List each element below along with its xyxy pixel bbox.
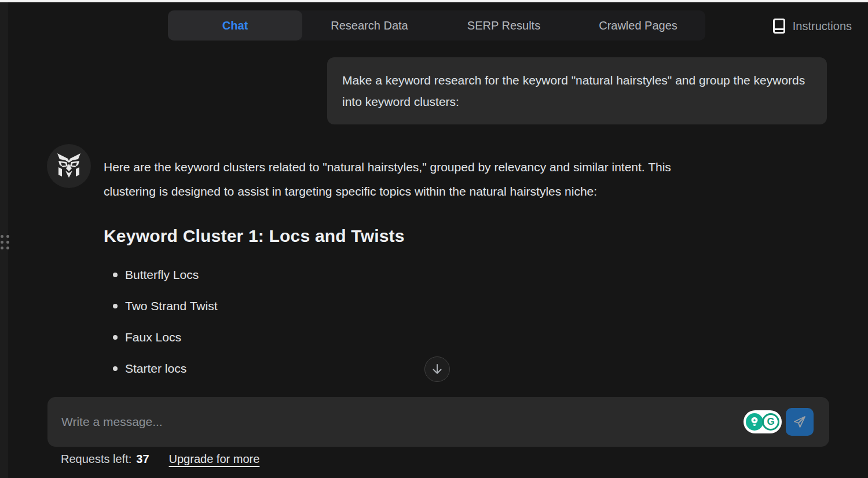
lightbulb-icon <box>746 413 763 431</box>
assistant-avatar <box>47 144 91 188</box>
panel-drag-handle[interactable] <box>1 235 8 251</box>
user-message: Make a keyword research for the keyword … <box>327 57 827 124</box>
requests-left-count: 37 <box>136 453 149 465</box>
paper-plane-icon <box>792 414 807 429</box>
list-item: Two Strand Twist <box>104 297 688 329</box>
scroll-to-bottom-button[interactable] <box>424 356 450 382</box>
owl-logo-icon <box>55 153 83 179</box>
instructions-label: Instructions <box>793 20 852 33</box>
list-item: Faux Locs <box>104 329 688 360</box>
instructions-button[interactable]: Instructions <box>773 17 852 35</box>
tab-chat[interactable]: Chat <box>168 10 302 41</box>
grammarly-extension-widget[interactable]: G <box>744 410 782 433</box>
chat-panel: Chat Research Data SERP Results Crawled … <box>0 0 868 478</box>
message-composer: G <box>47 397 829 447</box>
tab-bar: Chat Research Data SERP Results Crawled … <box>168 10 705 41</box>
tab-serp-results[interactable]: SERP Results <box>437 10 571 41</box>
tab-research-data[interactable]: Research Data <box>302 10 437 41</box>
assistant-intro-text: Here are the keyword clusters related to… <box>104 155 688 204</box>
grammarly-g-icon: G <box>762 413 779 431</box>
requests-left: Requests left:37 <box>61 453 149 466</box>
upgrade-link[interactable]: Upgrade for more <box>169 453 260 466</box>
assistant-message: Here are the keyword clusters related to… <box>104 155 688 391</box>
tab-crawled-pages[interactable]: Crawled Pages <box>571 10 705 41</box>
footer-bar: Requests left:37 Upgrade for more <box>61 453 259 466</box>
list-item: Starter locs <box>104 360 688 391</box>
cluster-keyword-list: Butterfly Locs Two Strand Twist Faux Loc… <box>104 266 688 391</box>
message-input[interactable] <box>47 415 744 429</box>
send-button[interactable] <box>786 408 814 436</box>
arrow-down-icon <box>432 363 442 375</box>
cluster-heading: Keyword Cluster 1: Locs and Twists <box>104 226 688 247</box>
book-icon <box>773 19 785 34</box>
list-item: Butterfly Locs <box>104 266 688 297</box>
top-divider <box>0 0 868 2</box>
